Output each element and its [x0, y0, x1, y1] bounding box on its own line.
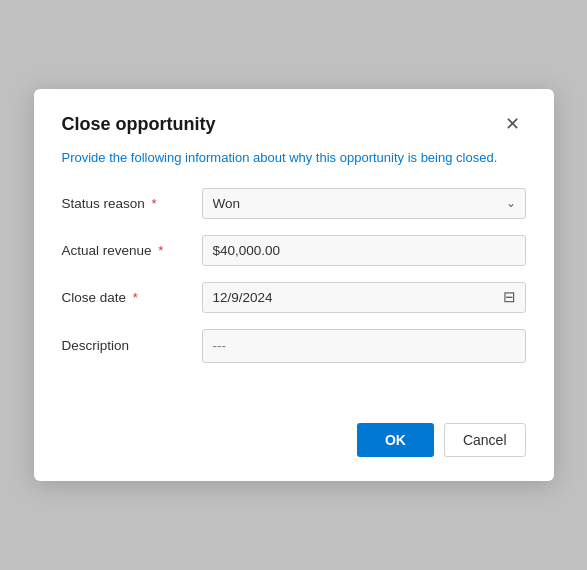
status-reason-label: Status reason * [62, 196, 202, 211]
dialog-title: Close opportunity [62, 114, 216, 135]
status-reason-field: Won Lost Canceled Out-Sold ⌄ [202, 188, 526, 219]
ok-button[interactable]: OK [357, 423, 434, 457]
dialog-overlay: Close opportunity ✕ Provide the followin… [0, 0, 587, 570]
actual-revenue-field [202, 235, 526, 266]
required-star-revenue: * [155, 243, 164, 258]
close-date-field: ⊟ [202, 282, 526, 313]
close-date-label: Close date * [62, 290, 202, 305]
dialog-header: Close opportunity ✕ [62, 113, 526, 135]
required-star-date: * [129, 290, 138, 305]
dialog-subtitle: Provide the following information about … [62, 149, 526, 167]
description-row: Description [62, 329, 526, 363]
actual-revenue-input[interactable] [202, 235, 526, 266]
actual-revenue-label: Actual revenue * [62, 243, 202, 258]
close-date-row: Close date * ⊟ [62, 282, 526, 313]
required-star: * [148, 196, 157, 211]
description-label: Description [62, 338, 202, 353]
close-dialog-button[interactable]: ✕ [499, 113, 526, 135]
status-reason-select-wrapper: Won Lost Canceled Out-Sold ⌄ [202, 188, 526, 219]
description-input[interactable] [202, 329, 526, 363]
status-reason-row: Status reason * Won Lost Canceled Out-So… [62, 188, 526, 219]
cancel-button[interactable]: Cancel [444, 423, 526, 457]
date-wrapper: ⊟ [202, 282, 526, 313]
actual-revenue-row: Actual revenue * [62, 235, 526, 266]
close-date-input[interactable] [202, 282, 526, 313]
dialog-footer: OK Cancel [62, 423, 526, 457]
description-field [202, 329, 526, 363]
close-opportunity-dialog: Close opportunity ✕ Provide the followin… [34, 89, 554, 480]
status-reason-select[interactable]: Won Lost Canceled Out-Sold [202, 188, 526, 219]
